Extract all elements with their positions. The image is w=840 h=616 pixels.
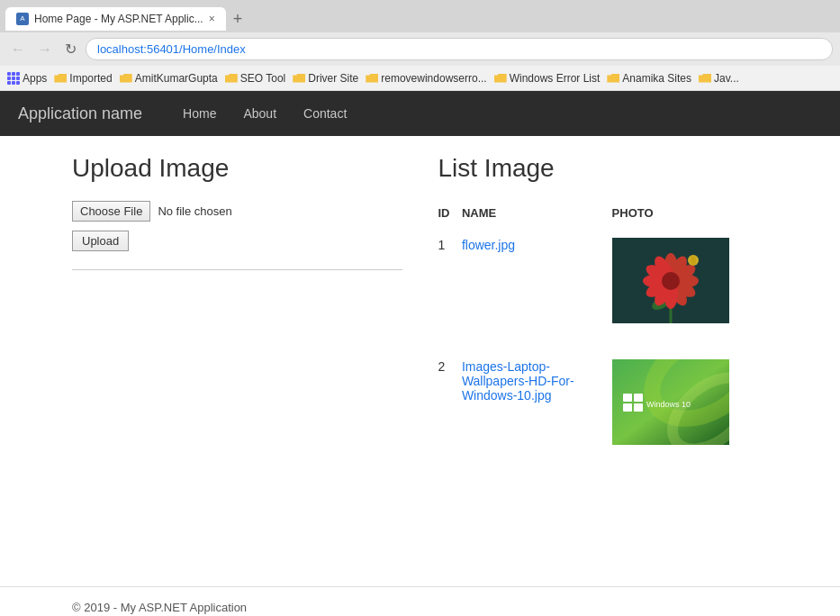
bookmark-anamika[interactable]: Anamika Sites bbox=[607, 72, 691, 85]
col-photo: PHOTO bbox=[612, 201, 768, 229]
filename-link[interactable]: Images-Laptop-Wallpapers-HD-For-Windows-… bbox=[462, 359, 574, 403]
filename-link[interactable]: flower.jpg bbox=[462, 238, 515, 252]
folder-icon bbox=[607, 74, 619, 83]
table-row: 1 flower.jpg bbox=[438, 229, 769, 332]
svg-point-15 bbox=[662, 272, 680, 290]
tab-title: Home Page - My ASP.NET Applic... bbox=[34, 13, 203, 25]
windows-svg: Windows 10 bbox=[612, 359, 729, 445]
folder-icon bbox=[366, 74, 378, 83]
flower-thumbnail bbox=[612, 238, 729, 323]
upload-divider bbox=[72, 269, 402, 270]
back-button[interactable]: ← bbox=[7, 40, 29, 59]
tab-close-button[interactable]: × bbox=[209, 13, 215, 25]
folder-icon bbox=[494, 74, 507, 83]
folder-icon bbox=[225, 74, 238, 83]
address-bar: ← → ↻ bbox=[0, 32, 840, 66]
tab-bar: A Home Page - My ASP.NET Applic... × + bbox=[0, 0, 840, 32]
flower-svg bbox=[612, 238, 729, 323]
choose-file-button[interactable]: Choose File bbox=[72, 201, 150, 222]
nav-contact[interactable]: Contact bbox=[290, 94, 360, 133]
table-row: 2 Images-Laptop-Wallpapers-HD-For-Window… bbox=[438, 350, 769, 454]
bookmark-driver[interactable]: Driver Site bbox=[293, 72, 358, 85]
bookmark-imported-label: Imported bbox=[69, 72, 112, 85]
active-tab[interactable]: A Home Page - My ASP.NET Applic... × bbox=[5, 7, 226, 31]
nav-about[interactable]: About bbox=[230, 94, 290, 133]
cell-name: flower.jpg bbox=[462, 229, 612, 332]
col-name: NAME bbox=[462, 201, 612, 229]
cell-name: Images-Laptop-Wallpapers-HD-For-Windows-… bbox=[462, 350, 612, 454]
upload-title: Upload Image bbox=[72, 154, 402, 183]
upload-section: Upload Image Choose File No file chosen … bbox=[72, 154, 402, 568]
folder-icon bbox=[699, 74, 711, 83]
svg-point-17 bbox=[691, 255, 696, 266]
app-navbar: Application name Home About Contact bbox=[0, 91, 840, 136]
bookmark-anamika-label: Anamika Sites bbox=[622, 72, 691, 85]
cell-photo bbox=[612, 229, 768, 332]
bookmark-removewindows-label: removewindowserro... bbox=[381, 72, 486, 85]
no-file-label: No file chosen bbox=[158, 204, 231, 218]
footer-text: © 2019 - My ASP.NET Application bbox=[72, 601, 247, 614]
bookmarks-bar: Apps Imported AmitKumarGupta SEO Tool Dr… bbox=[0, 66, 840, 91]
list-title: List Image bbox=[438, 154, 769, 183]
app-brand: Application name bbox=[18, 104, 142, 123]
table-header-row: ID NAME PHOTO bbox=[438, 201, 769, 229]
bookmark-removewindows[interactable]: removewindowserro... bbox=[366, 72, 486, 85]
folder-icon bbox=[120, 74, 132, 83]
cell-id: 2 bbox=[438, 350, 462, 454]
bookmark-driver-label: Driver Site bbox=[308, 72, 358, 85]
bookmark-winerrorlist[interactable]: Windows Error List bbox=[494, 72, 601, 85]
svg-rect-21 bbox=[623, 394, 632, 402]
folder-icon bbox=[293, 74, 305, 83]
address-input[interactable] bbox=[86, 38, 833, 60]
folder-icon bbox=[54, 74, 67, 83]
bookmark-apps[interactable]: Apps bbox=[7, 72, 47, 85]
bookmark-winerrorlist-label: Windows Error List bbox=[510, 72, 601, 85]
bookmark-seo[interactable]: SEO Tool bbox=[225, 72, 285, 85]
upload-button[interactable]: Upload bbox=[72, 231, 129, 251]
image-list-table: ID NAME PHOTO 1 flower.jpg bbox=[438, 201, 769, 454]
bookmark-apps-label: Apps bbox=[23, 72, 47, 85]
tab-favicon: A bbox=[16, 13, 29, 25]
list-section: List Image ID NAME PHOTO 1 flower.jpg bbox=[438, 154, 769, 568]
cell-photo: Windows 10 bbox=[612, 350, 768, 454]
windows-thumbnail: Windows 10 bbox=[612, 359, 729, 445]
cell-id: 1 bbox=[438, 229, 462, 332]
app-nav-links: Home About Contact bbox=[169, 94, 360, 133]
new-tab-button[interactable]: + bbox=[226, 10, 250, 29]
bookmark-amitgupta[interactable]: AmitKumarGupta bbox=[120, 72, 218, 85]
refresh-button[interactable]: ↻ bbox=[61, 39, 80, 59]
bookmark-amitgupta-label: AmitKumarGupta bbox=[135, 72, 218, 85]
svg-rect-24 bbox=[634, 403, 643, 412]
footer: © 2019 - My ASP.NET Application bbox=[0, 586, 840, 616]
nav-home[interactable]: Home bbox=[169, 94, 230, 133]
svg-text:Windows 10: Windows 10 bbox=[646, 400, 691, 409]
bookmark-seo-label: SEO Tool bbox=[240, 72, 285, 85]
file-input-row: Choose File No file chosen bbox=[72, 201, 402, 222]
svg-rect-23 bbox=[623, 403, 632, 412]
bookmark-imported[interactable]: Imported bbox=[54, 72, 112, 85]
spacer-row bbox=[438, 332, 769, 350]
upload-form: Choose File No file chosen Upload bbox=[72, 201, 402, 251]
forward-button[interactable]: → bbox=[34, 40, 56, 59]
main-content: Upload Image Choose File No file chosen … bbox=[0, 136, 840, 586]
col-id: ID bbox=[438, 201, 462, 229]
svg-rect-22 bbox=[634, 394, 643, 402]
bookmark-jav-label: Jav... bbox=[714, 72, 739, 85]
bookmark-jav[interactable]: Jav... bbox=[699, 72, 739, 85]
